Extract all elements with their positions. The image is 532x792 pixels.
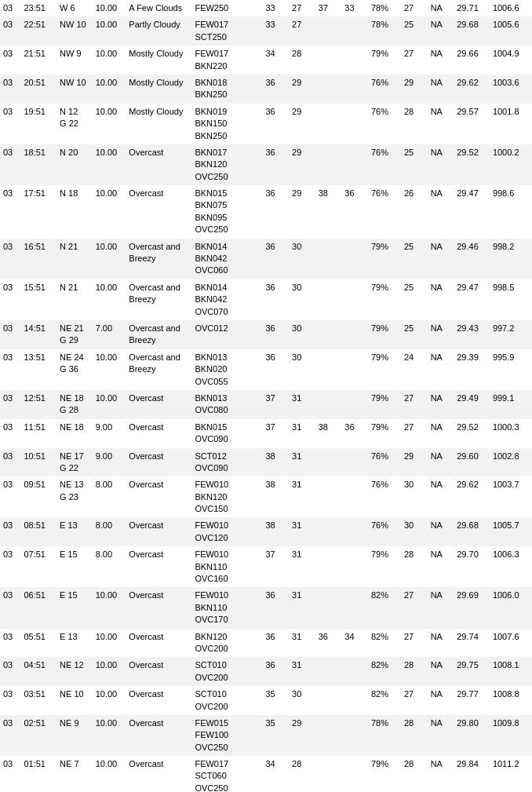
cell-11: 25: [401, 239, 428, 279]
cell-1: 06:51: [20, 587, 56, 628]
cell-12: NA: [428, 756, 454, 792]
cell-14: 1000.3: [490, 419, 532, 448]
cell-6: 37: [262, 419, 289, 448]
cell-14: 1008.1: [490, 657, 532, 686]
cell-1: 11:51: [20, 419, 56, 448]
cell-12: NA: [428, 279, 454, 320]
cell-4: Overcast: [126, 657, 191, 686]
cell-1: 20:51: [20, 75, 56, 104]
cell-8: [315, 448, 342, 477]
cell-2: NW 10: [56, 16, 93, 46]
cell-5: BKN013 OVC080: [191, 390, 262, 419]
cell-0: 03: [0, 75, 20, 104]
cell-3: 10.00: [93, 185, 126, 239]
cell-3: 10.00: [93, 686, 126, 715]
cell-9: 36: [341, 419, 368, 448]
cell-10: 76%: [368, 104, 401, 144]
cell-6: 36: [262, 239, 289, 279]
cell-5: SCT010 OVC200: [191, 686, 262, 715]
cell-12: NA: [428, 239, 454, 279]
cell-0: 03: [0, 0, 20, 16]
cell-2: NE 21 G 29: [56, 320, 93, 349]
table-row: 0306:51E 1510.00OvercastFEW010 BKN110 OV…: [0, 587, 532, 628]
table-row: 0311:51NE 189.00OvercastBKN015 OVC090373…: [0, 419, 532, 448]
cell-8: [315, 715, 342, 756]
cell-12: NA: [428, 517, 454, 546]
cell-5: OVC012: [191, 320, 262, 349]
cell-13: 29.77: [454, 686, 490, 715]
table-row: 0321:51NW 910.00Mostly CloudyFEW017 BKN2…: [0, 46, 532, 75]
cell-7: 31: [289, 517, 315, 546]
cell-5: BKN015 OVC090: [191, 419, 262, 448]
cell-7: 31: [289, 657, 315, 686]
cell-13: 29.60: [454, 448, 490, 477]
cell-4: A Few Clouds: [126, 0, 191, 16]
cell-3: 10.00: [93, 657, 126, 686]
cell-0: 03: [0, 546, 20, 587]
cell-6: 36: [262, 104, 289, 144]
cell-12: NA: [428, 476, 454, 517]
cell-3: 9.00: [93, 419, 126, 448]
cell-6: 35: [262, 715, 289, 756]
cell-11: 27: [401, 629, 428, 658]
cell-13: 29.47: [454, 185, 490, 239]
cell-9: [341, 390, 368, 419]
cell-2: NE 17 G 22: [56, 448, 93, 477]
cell-10: 79%: [368, 239, 401, 279]
cell-12: NA: [428, 715, 454, 756]
cell-5: FEW010 OVC120: [191, 517, 262, 546]
cell-12: NA: [428, 16, 454, 46]
cell-2: NE 18 G 28: [56, 390, 93, 419]
cell-11: 27: [401, 419, 428, 448]
cell-8: [315, 587, 342, 628]
cell-4: Overcast: [126, 715, 191, 756]
cell-12: NA: [428, 587, 454, 628]
table-row: 0317:51N 1810.00OvercastBKN015 BKN075 BK…: [0, 185, 532, 239]
cell-11: 28: [401, 104, 428, 144]
cell-7: 31: [289, 629, 315, 658]
cell-3: 10.00: [93, 279, 126, 320]
cell-3: 8.00: [93, 517, 126, 546]
cell-0: 03: [0, 629, 20, 658]
cell-9: [341, 587, 368, 628]
cell-6: 34: [262, 46, 289, 75]
cell-8: [315, 756, 342, 792]
cell-10: 76%: [368, 517, 401, 546]
cell-6: 36: [262, 144, 289, 185]
cell-10: 78%: [368, 0, 401, 16]
cell-4: Mostly Cloudy: [126, 46, 191, 75]
cell-11: 27: [401, 0, 428, 16]
cell-12: NA: [428, 320, 454, 349]
cell-11: 27: [401, 686, 428, 715]
cell-6: 36: [262, 349, 289, 390]
cell-14: 1002.8: [490, 448, 532, 477]
cell-11: 28: [401, 546, 428, 587]
cell-14: 1001.8: [490, 104, 532, 144]
cell-12: NA: [428, 657, 454, 686]
cell-12: NA: [428, 144, 454, 185]
cell-8: [315, 239, 342, 279]
cell-4: Overcast: [126, 144, 191, 185]
cell-4: Overcast and Breezy: [126, 349, 191, 390]
cell-0: 03: [0, 144, 20, 185]
cell-14: 1011.2: [490, 756, 532, 792]
cell-7: 31: [289, 448, 315, 477]
cell-2: NE 12: [56, 657, 93, 686]
cell-9: [341, 104, 368, 144]
cell-12: NA: [428, 686, 454, 715]
cell-7: 31: [289, 419, 315, 448]
cell-13: 29.68: [454, 16, 490, 46]
cell-11: 29: [401, 75, 428, 104]
cell-11: 25: [401, 16, 428, 46]
cell-5: SCT010 OVC200: [191, 657, 262, 686]
cell-2: NE 13 G 23: [56, 476, 93, 517]
cell-13: 29.70: [454, 546, 490, 587]
cell-0: 03: [0, 46, 20, 75]
cell-0: 03: [0, 517, 20, 546]
cell-8: [315, 657, 342, 686]
cell-6: 36: [262, 185, 289, 239]
cell-7: 31: [289, 390, 315, 419]
cell-8: [315, 320, 342, 349]
cell-5: BKN120 OVC200: [191, 629, 262, 658]
cell-7: 29: [289, 104, 315, 144]
